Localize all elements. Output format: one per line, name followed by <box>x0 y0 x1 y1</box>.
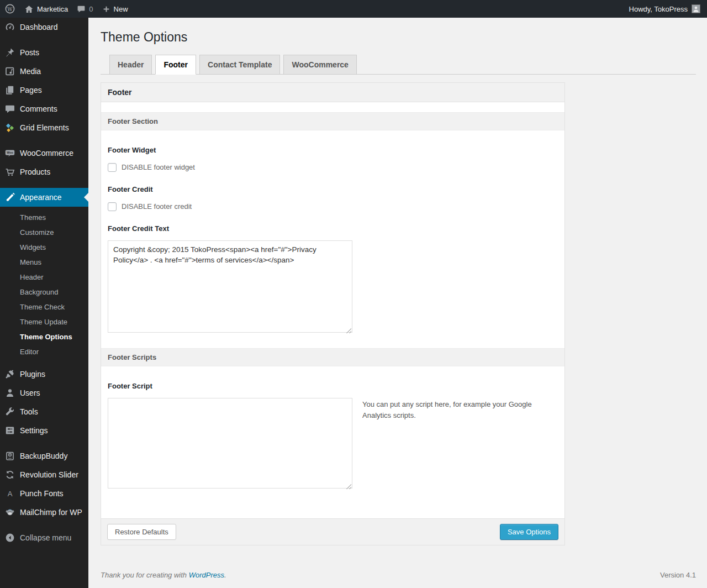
sidebar-item-label: Tools <box>20 406 38 417</box>
submenu-item-theme-check[interactable]: Theme Check <box>0 300 88 314</box>
submenu-item-editor[interactable]: Editor <box>0 344 88 359</box>
site-menu[interactable]: Marketica <box>20 0 72 18</box>
wordpress-logo-menu[interactable]: W <box>0 0 20 18</box>
mailchimp-icon <box>4 507 15 518</box>
sidebar-item-products[interactable]: Products <box>0 162 88 181</box>
footer-credit-textarea[interactable]: Copyright &copy; 2015 TokoPress<span><a … <box>108 240 352 333</box>
sidebar-item-label: Punch Fonts <box>20 488 64 499</box>
submenu-item-themes[interactable]: Themes <box>0 210 88 225</box>
account-menu[interactable]: Howdy, TokoPress <box>629 4 707 13</box>
svg-text:Woo: Woo <box>7 151 13 154</box>
sidebar-item-punch-fonts[interactable]: A Punch Fonts <box>0 484 88 503</box>
footer-options-panel: Footer Footer Section Footer Widget DISA… <box>101 82 565 546</box>
comment-count: 0 <box>89 5 93 13</box>
sidebar-item-label: Media <box>20 66 41 77</box>
sidebar-item-backupbuddy[interactable]: BackupBuddy <box>0 447 88 465</box>
sidebar-item-revolution-slider[interactable]: Revolution Slider <box>0 465 88 484</box>
sidebar-item-users[interactable]: Users <box>0 384 88 402</box>
comments-icon <box>4 103 15 114</box>
sidebar-item-label: Comments <box>20 103 57 114</box>
collapse-icon <box>4 532 15 543</box>
howdy-text: Howdy, TokoPress <box>629 5 688 13</box>
footer-credit-text-label: Footer Credit Text <box>108 224 558 233</box>
sidebar-item-collapse-menu[interactable]: Collapse menu <box>0 528 88 547</box>
site-name: Marketica <box>37 5 68 13</box>
new-menu[interactable]: New <box>98 0 133 18</box>
submenu-item-header[interactable]: Header <box>0 270 88 285</box>
disable-footer-widget-label: DISABLE footer widget <box>122 163 195 171</box>
save-options-button[interactable]: Save Options <box>500 524 558 540</box>
main-content: Theme Options Header Footer Contact Temp… <box>88 0 707 588</box>
plus-icon <box>102 5 110 13</box>
sidebar-item-grid-elements[interactable]: Grid Elements <box>0 118 88 137</box>
panel-action-bar: Restore Defaults Save Options <box>101 518 564 545</box>
comment-bubble-icon <box>77 4 86 13</box>
sidebar-item-label: BackupBuddy <box>20 450 67 461</box>
tab-footer[interactable]: Footer <box>155 55 196 75</box>
admin-bar: W Marketica 0 New Howdy, TokoPress <box>0 0 707 18</box>
menu-separator <box>0 181 88 188</box>
submenu-item-customize[interactable]: Customize <box>0 225 88 240</box>
sidebar-item-appearance[interactable]: Appearance <box>0 188 88 207</box>
sidebar-item-pages[interactable]: Pages <box>0 81 88 99</box>
disable-footer-credit-checkbox[interactable] <box>108 202 117 211</box>
svg-text:A: A <box>8 490 13 498</box>
sidebar-item-comments[interactable]: Comments <box>0 99 88 118</box>
disable-footer-widget-checkbox[interactable] <box>108 163 117 172</box>
avatar <box>692 4 700 13</box>
sidebar-item-mailchimp[interactable]: MailChimp for WP <box>0 503 88 522</box>
submenu-item-background[interactable]: Background <box>0 285 88 300</box>
sidebar-item-settings[interactable]: Settings <box>0 421 88 440</box>
thanks-suffix: . <box>224 571 226 579</box>
sidebar-item-media[interactable]: Media <box>0 62 88 81</box>
sidebar-item-plugins[interactable]: Plugins <box>0 365 88 384</box>
wordpress-logo-icon: W <box>4 3 15 14</box>
wordpress-link[interactable]: WordPress <box>189 571 224 579</box>
cart-icon <box>4 166 15 177</box>
footer-widget-label: Footer Widget <box>108 146 558 154</box>
menu-separator <box>0 522 88 528</box>
submenu-item-theme-update[interactable]: Theme Update <box>0 314 88 329</box>
svg-text:W: W <box>7 7 13 12</box>
footer-script-textarea-wrap <box>108 398 352 491</box>
home-icon <box>24 4 34 14</box>
sidebar-item-label: MailChimp for WP <box>20 507 82 518</box>
dashboard-icon <box>4 22 15 33</box>
footer-script-help: You can put any script here, for example… <box>362 399 535 421</box>
comments-menu[interactable]: 0 <box>72 0 97 18</box>
tab-woocommerce[interactable]: WooCommerce <box>283 55 356 75</box>
disable-footer-credit-label: DISABLE footer credit <box>122 202 192 211</box>
appearance-icon <box>4 192 15 203</box>
menu-separator <box>0 36 88 43</box>
page-footer: Thank you for creating with WordPress. V… <box>101 571 696 588</box>
settings-icon <box>4 425 15 436</box>
grid-elements-icon <box>4 122 15 133</box>
sidebar-item-woocommerce[interactable]: Woo WooCommerce <box>0 144 88 162</box>
footer-section-fields: Footer Widget DISABLE footer widget Foot… <box>101 130 564 348</box>
sidebar-item-label: WooCommerce <box>20 148 73 159</box>
submenu-item-widgets[interactable]: Widgets <box>0 240 88 255</box>
panel-gap <box>101 102 564 112</box>
sidebar-item-label: Appearance <box>20 192 62 203</box>
footer-thanks: Thank you for creating with WordPress. <box>101 571 226 579</box>
sidebar-item-label: Revolution Slider <box>20 469 78 480</box>
restore-defaults-button[interactable]: Restore Defaults <box>107 524 176 540</box>
sidebar-item-label: Dashboard <box>20 22 58 33</box>
tab-contact-template[interactable]: Contact Template <box>199 55 280 75</box>
footer-script-textarea[interactable] <box>108 398 352 489</box>
sidebar-item-label: Plugins <box>20 369 45 380</box>
menu-separator <box>0 440 88 447</box>
sidebar-item-label: Settings <box>20 425 48 436</box>
footer-scripts-fields: Footer Script You can put any script her… <box>101 366 564 518</box>
sidebar-item-tools[interactable]: Tools <box>0 402 88 421</box>
sidebar-item-dashboard[interactable]: Dashboard <box>0 18 88 36</box>
tab-header[interactable]: Header <box>109 55 152 75</box>
submenu-item-menus[interactable]: Menus <box>0 255 88 270</box>
submenu-item-theme-options[interactable]: Theme Options <box>0 329 88 344</box>
version-label: Version 4.1 <box>660 571 696 579</box>
menu-separator <box>0 137 88 144</box>
sidebar-item-label: Collapse menu <box>20 532 71 543</box>
admin-sidebar: Dashboard Posts Media Pages Comments Gri… <box>0 18 88 588</box>
sidebar-item-posts[interactable]: Posts <box>0 43 88 62</box>
media-icon <box>4 66 15 77</box>
